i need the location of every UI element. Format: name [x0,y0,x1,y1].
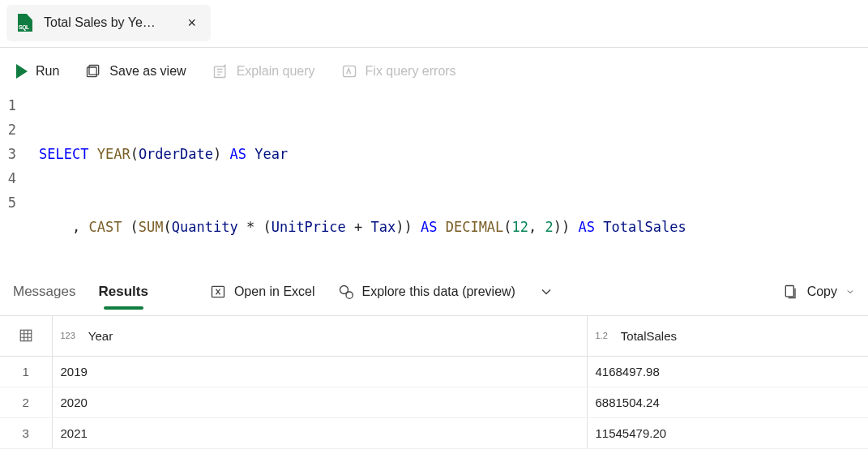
fix-errors-label: Fix query errors [366,64,456,79]
svg-rect-0 [88,67,97,77]
table-row[interactable]: 3 2021 11545479.20 [0,418,868,449]
play-icon [16,64,28,79]
chevron-down-icon [538,284,554,300]
column-name: Year [83,329,113,343]
query-tab[interactable]: SQL Total Sales by Ye… × [6,5,211,41]
cell-year: 2021 [52,418,587,449]
svg-rect-7 [785,285,793,296]
explain-icon [212,63,229,79]
line-number: 4 [0,166,16,190]
explore-label: Explore this data (preview) [362,284,515,299]
column-header-year[interactable]: 123 Year [52,316,587,357]
open-in-excel-label: Open in Excel [234,284,315,299]
tab-title: Total Sales by Ye… [44,15,176,30]
results-table: 123 Year 1.2 TotalSales 1 2019 [0,316,868,450]
svg-rect-8 [20,331,32,342]
excel-icon [210,284,226,300]
code-line: , CAST (SUM(Quantity * (UnitPrice + Tax)… [39,215,868,239]
svg-rect-1 [89,66,99,75]
sql-file-icon: SQL [18,14,36,32]
run-label: Run [36,64,59,79]
explain-label: Explain query [237,64,315,79]
save-view-icon [85,63,101,79]
copy-button[interactable]: Copy [783,284,855,310]
close-tab-button[interactable]: × [184,13,199,33]
cell-totalsales: 11545479.20 [587,418,868,449]
save-as-view-label: Save as view [109,64,186,79]
copy-icon [783,284,799,300]
results-tab[interactable]: Results [98,284,148,310]
results-toolbar: Messages Results Open in Excel Explore t… [0,268,868,315]
column-name: TotalSales [616,329,677,343]
row-number: 1 [0,357,52,387]
results-panel: Messages Results Open in Excel Explore t… [0,267,868,450]
line-number: 1 [0,93,16,118]
explain-query-button: Explain query [212,63,315,79]
grid-icon [19,328,33,343]
line-number: 2 [0,118,16,142]
svg-point-6 [346,292,353,298]
row-number: 3 [0,418,52,449]
row-number: 2 [0,387,52,418]
cell-year: 2020 [52,387,587,418]
table-row[interactable]: 1 2019 4168497.98 [0,357,868,387]
code-line: SELECT YEAR(OrderDate) AS Year [39,142,868,166]
type-badge: 123 [61,331,75,340]
column-header-totalsales[interactable]: 1.2 TotalSales [587,316,868,357]
save-as-view-button[interactable]: Save as view [85,63,186,79]
line-number: 5 [0,190,16,215]
explore-dropdown[interactable] [538,284,554,310]
explore-icon [338,284,354,300]
cell-totalsales: 6881504.24 [587,387,868,418]
line-number: 3 [0,142,16,166]
row-number-header[interactable] [0,316,52,357]
tab-bar: SQL Total Sales by Ye… × [0,0,868,45]
run-button[interactable]: Run [16,64,59,79]
open-in-excel-button[interactable]: Open in Excel [210,284,315,310]
chevron-down-icon [845,287,855,297]
copy-label: Copy [807,284,837,299]
fix-errors-icon [341,63,357,79]
query-toolbar: Run Save as view Explain query Fix query… [0,48,868,92]
cell-totalsales: 4168497.98 [587,357,868,387]
cell-year: 2019 [52,357,587,387]
table-row[interactable]: 2 2020 6881504.24 [0,387,868,418]
type-badge: 1.2 [596,331,608,340]
messages-tab[interactable]: Messages [13,284,75,310]
explore-data-button[interactable]: Explore this data (preview) [338,284,515,310]
fix-errors-button: Fix query errors [341,63,456,79]
results-table-wrap: 123 Year 1.2 TotalSales 1 2019 [0,315,868,450]
